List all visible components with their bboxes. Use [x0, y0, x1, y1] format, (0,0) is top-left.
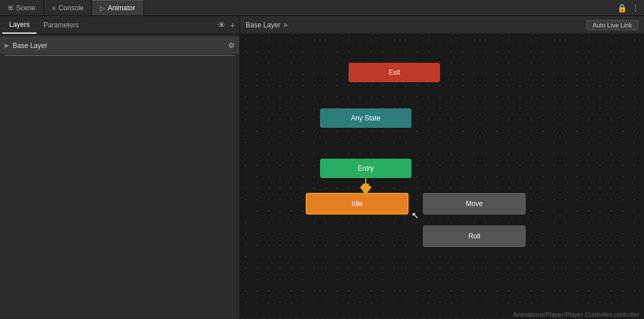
breadcrumb-right: Auto Live Link [586, 20, 638, 30]
tab-layers-label: Layers [9, 21, 30, 29]
tab-parameters[interactable]: Parameters [37, 16, 86, 34]
tab-console[interactable]: ≡ Console [44, 0, 92, 15]
state-exit[interactable]: Exit [349, 63, 440, 82]
tab-scene-label: Scene [16, 4, 35, 12]
layer-name: Base Layer [13, 42, 228, 50]
state-idle[interactable]: Idle [306, 193, 409, 215]
tab-scene[interactable]: ⊞ Scene [0, 0, 44, 15]
tab-parameters-label: Parameters [43, 21, 79, 29]
state-any-label: Any State [351, 114, 381, 122]
state-roll[interactable]: Roll [423, 225, 526, 247]
tab-animator[interactable]: ▷ Animator [92, 0, 143, 15]
tab-console-label: Console [58, 4, 83, 12]
state-move[interactable]: Move [423, 193, 526, 215]
state-move-label: Move [466, 200, 482, 208]
tab-animator-label: Animator [107, 4, 135, 12]
layer-expand-icon: ▶ [5, 42, 9, 49]
layer-progress-bar [5, 55, 235, 56]
layer-gear-icon[interactable]: ⚙ [228, 41, 235, 50]
more-menu-icon[interactable]: ⋮ [631, 3, 639, 13]
panel-tabs: Layers Parameters 👁 + [0, 16, 239, 34]
console-icon: ≡ [52, 5, 55, 11]
animator-icon: ▷ [100, 5, 105, 12]
status-path: Animations/Player/Player Controller.cont… [513, 311, 639, 318]
top-tab-bar: ⊞ Scene ≡ Console ▷ Animator 🔒 ⋮ [0, 0, 644, 16]
add-layer-button[interactable]: + [230, 21, 235, 30]
state-entry[interactable]: Entry [320, 159, 411, 178]
state-idle-label: Idle [351, 200, 362, 208]
state-entry-label: Entry [358, 164, 374, 172]
tab-layers[interactable]: Layers [2, 16, 37, 34]
breadcrumb-bar: Base Layer ▶ Auto Live Link [240, 16, 644, 34]
scene-icon: ⊞ [8, 4, 13, 11]
panel-tab-right: 👁 + [218, 21, 239, 30]
status-bar: Animations/Player/Player Controller.cont… [509, 310, 644, 319]
animator-canvas[interactable]: Exit Any State Entry Idle Move Roll [240, 34, 644, 319]
state-roll-label: Roll [469, 232, 481, 240]
auto-live-link-button[interactable]: Auto Live Link [586, 20, 638, 30]
arrows-svg [240, 34, 644, 319]
layer-item-base[interactable]: ▶ Base Layer ⚙ [0, 37, 239, 55]
top-right-icons: 🔒 ⋮ [617, 3, 644, 13]
layer-area: ▶ Base Layer ⚙ [0, 34, 239, 58]
lock-icon[interactable]: 🔒 [617, 3, 627, 13]
cursor-icon: ↖ [411, 210, 419, 221]
breadcrumb-item: Base Layer [246, 21, 281, 29]
state-any-state[interactable]: Any State [320, 108, 411, 128]
breadcrumb-arrow: ▶ [284, 21, 289, 29]
right-panel: Base Layer ▶ Auto Live Link [240, 16, 644, 319]
eye-icon[interactable]: 👁 [218, 21, 226, 30]
state-exit-label: Exit [389, 68, 400, 76]
main-layout: Layers Parameters 👁 + ▶ Base Layer ⚙ Bas… [0, 16, 644, 319]
left-panel: Layers Parameters 👁 + ▶ Base Layer ⚙ [0, 16, 240, 319]
